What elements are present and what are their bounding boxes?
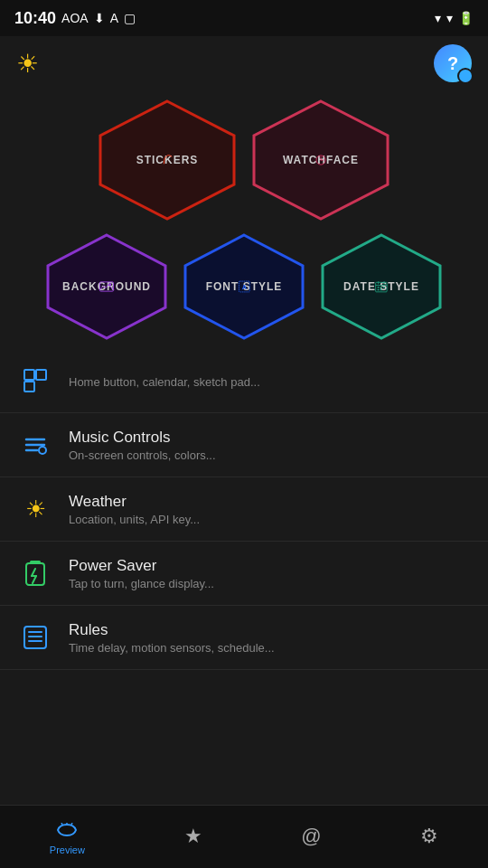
svg-text:A: A (241, 283, 247, 291)
carrier-label: AOA (61, 11, 89, 25)
powersaver-subtitle: Tap to turn, glance display... (69, 577, 214, 590)
svg-rect-23 (24, 382, 34, 392)
signal-icon: ▾ (446, 11, 453, 25)
watchface-hexagon[interactable]: WATCHFACE (249, 98, 393, 222)
svg-line-37 (61, 823, 62, 825)
music-title: Music Controls (69, 429, 216, 447)
battery-icon: 🔋 (458, 11, 474, 25)
menu-list: Home button, calendar, sketch pad... Mus… (0, 349, 488, 670)
status-bar: 10:40 AOA ⬇ A ▢ ▾ ▾ 🔋 (0, 0, 488, 36)
sun-icon: ☀ (16, 49, 39, 79)
svg-rect-16 (378, 287, 380, 288)
background-content: BACKGROUND (62, 280, 151, 293)
svg-rect-19 (378, 289, 380, 291)
weather-text: Weather Location, units, API key... (69, 493, 200, 526)
weather-title: Weather (69, 493, 200, 511)
background-hexagon[interactable]: BACKGROUND (42, 231, 171, 342)
svg-line-32 (33, 576, 36, 583)
header: ☀ ? (0, 36, 488, 90)
download-icon: ⬇ (94, 11, 105, 25)
nav-at[interactable]: @ (301, 825, 321, 850)
widgets-subtitle: Home button, calendar, sketch pad... (69, 375, 260, 389)
wifi-icon: ▾ (435, 11, 441, 25)
fontstyle-content: A FONT STYLE (206, 280, 283, 293)
nav-more[interactable]: ⚙ (420, 825, 438, 850)
svg-rect-17 (380, 287, 382, 288)
rules-icon (16, 618, 54, 656)
datestyle-icon (343, 280, 419, 293)
svg-line-39 (71, 823, 72, 825)
svg-rect-18 (383, 287, 385, 288)
widgets-icon (16, 362, 54, 400)
menu-item-powersaver[interactable]: Power Saver Tap to turn, glance display.… (0, 542, 488, 606)
svg-point-7 (108, 283, 111, 286)
text-icon: A (110, 11, 118, 25)
nav-preview[interactable]: Preview (50, 819, 85, 855)
music-text: Music Controls On-screen controls, color… (69, 429, 216, 462)
powersaver-text: Power Saver Tap to turn, glance display.… (69, 557, 214, 590)
preview-label: Preview (50, 844, 85, 855)
svg-rect-29 (26, 563, 44, 585)
datestyle-content: DATE STYLE (343, 280, 419, 293)
stickers-content: STICKERS (136, 154, 199, 166)
menu-item-widgets[interactable]: Home button, calendar, sketch pad... (0, 349, 488, 413)
favorites-icon: ★ (184, 825, 202, 848)
svg-rect-22 (36, 370, 46, 380)
rules-title: Rules (69, 621, 275, 639)
at-icon: @ (301, 825, 321, 848)
status-left: 10:40 AOA ⬇ A ▢ (14, 9, 136, 28)
svg-point-27 (39, 447, 46, 454)
rules-subtitle: Time delay, motion sensors, schedule... (69, 641, 275, 655)
music-icon (16, 426, 54, 464)
menu-item-rules[interactable]: Rules Time delay, motion sensors, schedu… (0, 606, 488, 670)
widgets-text: Home button, calendar, sketch pad... (69, 373, 260, 389)
powersaver-icon (16, 554, 54, 592)
weather-subtitle: Location, units, API key... (69, 513, 200, 526)
svg-line-30 (32, 569, 35, 576)
help-icon-label: ? (447, 53, 458, 74)
hex-row-1: STICKERS WATCHFACE (14, 98, 474, 222)
svg-rect-21 (24, 370, 34, 380)
weather-icon: ☀ (16, 490, 54, 528)
datestyle-hexagon[interactable]: DATE STYLE (317, 231, 446, 342)
more-icon: ⚙ (420, 825, 438, 848)
menu-item-weather[interactable]: ☀ Weather Location, units, API key... (0, 477, 488, 542)
hex-section: STICKERS WATCHFACE (0, 90, 488, 342)
help-button[interactable]: ? (434, 44, 472, 82)
stickers-hexagon[interactable]: STICKERS (95, 98, 239, 222)
bottom-nav: Preview ★ @ ⚙ (0, 805, 488, 868)
music-subtitle: On-screen controls, colors... (69, 448, 216, 462)
square-icon: ▢ (124, 11, 136, 25)
fontstyle-hexagon[interactable]: A FONT STYLE (180, 231, 308, 342)
hex-row-2: BACKGROUND A FONT STYLE (14, 231, 474, 342)
status-time: 10:40 (14, 9, 56, 28)
nav-favorites[interactable]: ★ (184, 825, 202, 850)
main-scroll: STICKERS WATCHFACE (0, 90, 488, 805)
background-icon (62, 280, 151, 293)
svg-rect-20 (380, 289, 382, 291)
fontstyle-icon: A (206, 280, 283, 293)
watchface-content: WATCHFACE (283, 154, 359, 166)
preview-icon (55, 819, 79, 843)
menu-item-music[interactable]: Music Controls On-screen controls, color… (0, 413, 488, 477)
powersaver-title: Power Saver (69, 557, 214, 575)
status-right: ▾ ▾ 🔋 (435, 11, 474, 25)
rules-text: Rules Time delay, motion sensors, schedu… (69, 621, 275, 655)
stickers-icon (136, 154, 199, 166)
watchface-icon (283, 154, 359, 166)
